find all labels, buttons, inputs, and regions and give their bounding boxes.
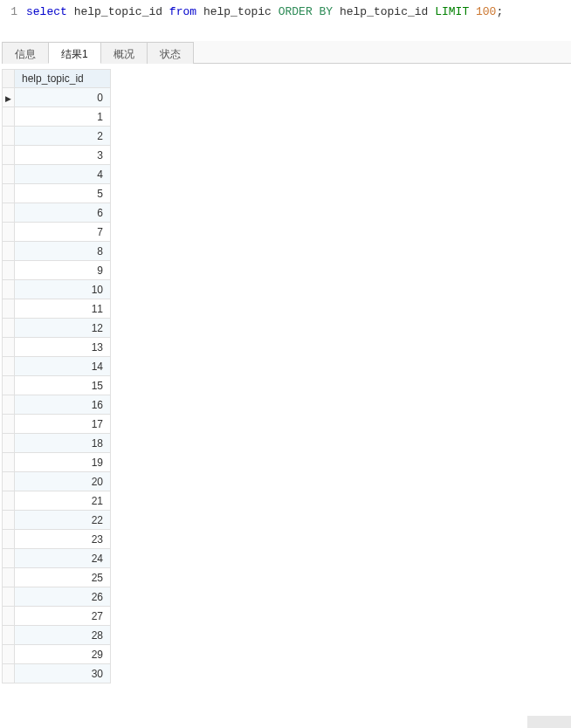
table-row[interactable]: 21 — [3, 491, 111, 511]
tab-3[interactable]: 状态 — [147, 42, 194, 64]
row-indicator[interactable] — [3, 568, 15, 587]
row-indicator[interactable] — [3, 127, 15, 146]
row-indicator[interactable] — [3, 491, 15, 511]
table-row[interactable]: 13 — [3, 338, 111, 357]
table-row[interactable]: 15 — [3, 376, 111, 395]
data-cell[interactable]: 18 — [15, 434, 111, 453]
table-row[interactable]: 19 — [3, 453, 111, 472]
data-cell[interactable]: 27 — [15, 607, 111, 626]
data-cell[interactable]: 7 — [15, 223, 111, 242]
row-indicator[interactable] — [3, 338, 15, 357]
data-cell[interactable]: 26 — [15, 587, 111, 607]
table-row[interactable]: 5 — [3, 184, 111, 203]
data-cell[interactable]: 30 — [15, 664, 111, 683]
row-indicator[interactable] — [3, 434, 15, 453]
data-cell[interactable]: 13 — [15, 338, 111, 357]
row-indicator[interactable] — [3, 88, 15, 107]
table-row[interactable]: 18 — [3, 434, 111, 453]
data-cell[interactable]: 15 — [15, 376, 111, 395]
data-cell[interactable]: 11 — [15, 299, 111, 319]
table-row[interactable]: 30 — [3, 664, 111, 683]
row-indicator[interactable] — [3, 415, 15, 434]
data-cell[interactable]: 2 — [15, 127, 111, 146]
data-cell[interactable]: 16 — [15, 395, 111, 415]
row-indicator[interactable] — [3, 511, 15, 530]
row-indicator[interactable] — [3, 626, 15, 645]
data-cell[interactable]: 25 — [15, 568, 111, 587]
row-indicator[interactable] — [3, 107, 15, 127]
data-cell[interactable]: 12 — [15, 319, 111, 338]
data-cell[interactable]: 1 — [15, 107, 111, 127]
row-indicator[interactable] — [3, 146, 15, 165]
table-row[interactable]: 12 — [3, 319, 111, 338]
row-indicator[interactable] — [3, 280, 15, 299]
table-row[interactable]: 7 — [3, 223, 111, 242]
table-row[interactable]: 22 — [3, 511, 111, 530]
row-indicator[interactable] — [3, 165, 15, 184]
row-indicator[interactable] — [3, 261, 15, 280]
table-row[interactable]: 16 — [3, 395, 111, 415]
row-indicator[interactable] — [3, 395, 15, 415]
table-row[interactable]: 23 — [3, 530, 111, 549]
data-cell[interactable]: 17 — [15, 415, 111, 434]
table-row[interactable]: 20 — [3, 472, 111, 491]
row-indicator[interactable] — [3, 645, 15, 664]
table-row[interactable]: 28 — [3, 626, 111, 645]
table-row[interactable]: 11 — [3, 299, 111, 319]
row-indicator[interactable] — [3, 472, 15, 491]
row-indicator[interactable] — [3, 242, 15, 261]
data-cell[interactable]: 3 — [15, 146, 111, 165]
table-row[interactable]: 8 — [3, 242, 111, 261]
table-row[interactable]: 17 — [3, 415, 111, 434]
row-indicator[interactable] — [3, 453, 15, 472]
tab-1[interactable]: 结果1 — [48, 42, 101, 64]
table-row[interactable]: 25 — [3, 568, 111, 587]
table-row[interactable]: 27 — [3, 607, 111, 626]
table-row[interactable]: 1 — [3, 107, 111, 127]
row-indicator[interactable] — [3, 203, 15, 223]
data-cell[interactable]: 22 — [15, 511, 111, 530]
data-cell[interactable]: 20 — [15, 472, 111, 491]
table-row[interactable]: 24 — [3, 549, 111, 568]
data-cell[interactable]: 29 — [15, 645, 111, 664]
row-indicator[interactable] — [3, 319, 15, 338]
table-row[interactable]: 3 — [3, 146, 111, 165]
data-cell[interactable]: 6 — [15, 203, 111, 223]
table-row[interactable]: 0 — [3, 88, 111, 107]
table-row[interactable]: 10 — [3, 280, 111, 299]
row-indicator[interactable] — [3, 376, 15, 395]
table-row[interactable]: 4 — [3, 165, 111, 184]
data-cell[interactable]: 10 — [15, 280, 111, 299]
row-indicator[interactable] — [3, 223, 15, 242]
data-cell[interactable]: 5 — [15, 184, 111, 203]
row-indicator[interactable] — [3, 587, 15, 607]
data-cell[interactable]: 21 — [15, 491, 111, 511]
row-indicator[interactable] — [3, 299, 15, 319]
data-cell[interactable]: 9 — [15, 261, 111, 280]
row-indicator[interactable] — [3, 607, 15, 626]
data-cell[interactable]: 8 — [15, 242, 111, 261]
row-indicator[interactable] — [3, 530, 15, 549]
table-row[interactable]: 14 — [3, 357, 111, 376]
data-cell[interactable]: 14 — [15, 357, 111, 376]
row-indicator[interactable] — [3, 664, 15, 683]
data-cell[interactable]: 4 — [15, 165, 111, 184]
sql-code[interactable]: select help_topic_id from help_topic ORD… — [26, 3, 503, 21]
column-header[interactable]: help_topic_id — [15, 70, 111, 88]
table-row[interactable]: 6 — [3, 203, 111, 223]
data-cell[interactable]: 28 — [15, 626, 111, 645]
data-cell[interactable]: 23 — [15, 530, 111, 549]
row-indicator[interactable] — [3, 184, 15, 203]
table-row[interactable]: 9 — [3, 261, 111, 280]
row-indicator[interactable] — [3, 549, 15, 568]
sql-editor[interactable]: 1 select help_topic_id from help_topic O… — [0, 0, 571, 25]
data-cell[interactable]: 24 — [15, 549, 111, 568]
table-row[interactable]: 26 — [3, 587, 111, 607]
tab-0[interactable]: 信息 — [2, 42, 49, 64]
data-cell[interactable]: 0 — [15, 88, 111, 107]
tab-2[interactable]: 概况 — [100, 42, 148, 64]
table-row[interactable]: 29 — [3, 645, 111, 664]
data-cell[interactable]: 19 — [15, 453, 111, 472]
table-row[interactable]: 2 — [3, 127, 111, 146]
row-indicator[interactable] — [3, 357, 15, 376]
